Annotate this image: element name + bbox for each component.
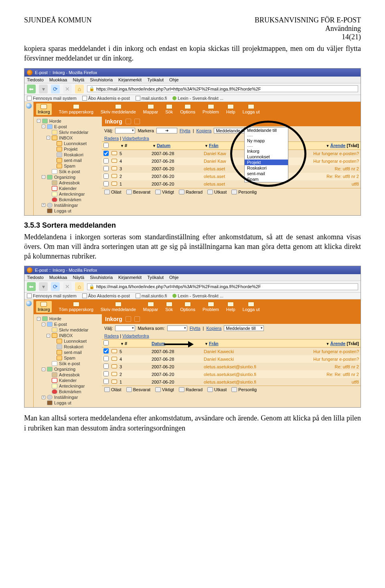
home-button[interactable]: ⌂ xyxy=(75,282,84,291)
menu-tyokalut[interactable]: Työkalut xyxy=(147,77,164,82)
table-row[interactable]: 42007-06-28Daniel KaweckiHur fungerar e-… xyxy=(102,355,361,363)
menu-kirjanmerkit[interactable]: Kirjanmerkit xyxy=(118,275,142,280)
browser-menubar[interactable]: Tiedosto Muokkaa Näytä Sivuhistoria Kirj… xyxy=(24,77,361,83)
sidebar-item[interactable]: -Horde xyxy=(34,118,101,124)
sidebar-item[interactable]: sent-mail xyxy=(34,158,101,163)
sidebar-item[interactable]: Sök e-post xyxy=(34,169,101,174)
menu-sivuhistoria[interactable]: Sivuhistoria xyxy=(90,275,113,280)
toolbar-inkorg[interactable]: Inkorg xyxy=(36,103,52,115)
dd-option[interactable]: Luonnokset xyxy=(245,154,288,160)
expander-icon[interactable]: - xyxy=(42,125,45,128)
radera-link[interactable]: Radera xyxy=(104,136,119,141)
col-date-header[interactable]: ▼Datum xyxy=(152,143,204,148)
bookmark-siuntio[interactable]: mail.siuntio.fi xyxy=(136,293,167,298)
sidebar-item[interactable]: +Inställningar xyxy=(34,202,101,208)
toolbar-inkorg[interactable]: Inkorg xyxy=(36,301,52,313)
expander-icon[interactable]: - xyxy=(37,317,41,321)
dd-option[interactable]: Inkorg xyxy=(245,148,288,154)
dd-option[interactable]: Spam xyxy=(245,176,288,182)
sidebar-item[interactable]: Luonnokset xyxy=(34,338,101,344)
toolbar-help[interactable]: Help xyxy=(226,104,235,114)
markera-som-dropdown[interactable] xyxy=(167,325,187,331)
sidebar-item[interactable]: Anteckningar xyxy=(34,191,101,197)
browser-menubar[interactable]: Tiedosto Muokkaa Näytä Sivuhistoria Kirj… xyxy=(24,274,361,281)
sidebar-item[interactable]: Kalender xyxy=(34,378,101,383)
table-row[interactable]: 22007-06-20oletus.asetRe: Re: utf8 nr 2 xyxy=(102,173,361,180)
menu-muokkaa[interactable]: Muokkaa xyxy=(49,77,67,82)
back-button[interactable]: ⬅ xyxy=(27,85,36,93)
row-checkbox[interactable] xyxy=(103,379,109,384)
home-button[interactable]: ⌂ xyxy=(75,85,84,93)
row-checkbox[interactable] xyxy=(103,181,109,186)
sidebar-item[interactable]: Bokmärken xyxy=(34,197,101,202)
col-check[interactable] xyxy=(103,340,111,346)
sidebar-item[interactable]: Adressbok xyxy=(34,180,101,186)
sidebar-item[interactable]: -Organizing xyxy=(34,174,101,180)
menu-tyokalut[interactable]: Työkalut xyxy=(147,275,164,280)
menu-nayta[interactable]: Näytä xyxy=(73,275,84,280)
sidebar-item[interactable]: Logga ut xyxy=(34,208,101,214)
meddelande-till-open-dropdown[interactable]: Meddelande till ---- Ny mapp ---- Inkorg… xyxy=(244,127,288,182)
menu-ohje[interactable]: Ohje xyxy=(169,77,178,82)
toolbar-tom-papperskorg[interactable]: Töm papperskorg xyxy=(59,104,93,114)
toolbar-mappar[interactable]: Mappar xyxy=(143,302,158,312)
table-row[interactable]: 42007-06-28Daniel KawHur fungerar e-post… xyxy=(102,158,361,165)
sidebar-item[interactable]: Spam xyxy=(34,163,101,169)
bookmark-abo[interactable]: Åbo Akademis e-post xyxy=(82,293,130,298)
menu-tiedosto[interactable]: Tiedosto xyxy=(27,275,44,280)
stop-button[interactable]: ✕ xyxy=(63,85,72,93)
vidarebefordra-link[interactable]: Vidarbefordra xyxy=(122,136,149,141)
toolbar-tom-papperskorg[interactable]: Töm papperskorg xyxy=(59,302,93,312)
forward-button[interactable]: ▾ xyxy=(39,282,48,291)
toolbar-problem[interactable]: Problem xyxy=(203,104,219,114)
markera-arrow-button[interactable] xyxy=(156,128,177,133)
menu-tiedosto[interactable]: Tiedosto xyxy=(27,77,44,82)
valj-dropdown[interactable] xyxy=(115,128,135,133)
expander-icon[interactable]: - xyxy=(47,334,50,337)
reload-button[interactable]: ⟳ xyxy=(51,282,60,291)
sidebar-item[interactable]: -E-post xyxy=(34,124,101,129)
sidebar-item[interactable]: Logga ut xyxy=(34,400,101,406)
sidebar-item[interactable]: Kalender xyxy=(34,186,101,191)
menu-muokkaa[interactable]: Muokkaa xyxy=(49,275,67,280)
sidebar-item[interactable]: Spam xyxy=(34,355,101,361)
expander-icon[interactable]: - xyxy=(47,136,50,139)
table-row[interactable]: 52007-06-28Daniel KawHur fungerar e-post… xyxy=(102,150,361,158)
sidebar-item[interactable]: Skriv meddelar xyxy=(34,129,101,135)
sidebar-item[interactable]: Skriv meddelar xyxy=(34,327,101,333)
toolbar-problem[interactable]: Problem xyxy=(203,302,219,312)
expander-icon[interactable]: + xyxy=(42,396,45,399)
row-checkbox[interactable] xyxy=(103,166,109,171)
menu-sivuhistoria[interactable]: Sivuhistoria xyxy=(90,77,113,82)
col-num-header[interactable]: ▼# xyxy=(120,143,152,148)
table-row[interactable]: 52007-06-28Daniel KaweckiHur fungerar e-… xyxy=(102,348,361,355)
row-checkbox[interactable] xyxy=(103,151,109,156)
meddelande-till-dropdown[interactable]: Meddelande till xyxy=(224,325,264,331)
toolbar-sok[interactable]: Sök xyxy=(165,104,173,114)
stop-button[interactable]: ✕ xyxy=(63,282,72,291)
kopiera-link[interactable]: Kopiera xyxy=(197,128,212,133)
menu-nayta[interactable]: Näytä xyxy=(73,77,84,82)
bookmark-fennosys[interactable]: Fennosys mail system xyxy=(27,293,77,298)
sidebar-item[interactable]: -INBOX xyxy=(34,135,101,141)
col-from-header[interactable]: ▼Från xyxy=(204,341,272,346)
sidebar-item[interactable]: Sök e-post xyxy=(34,361,101,366)
table-row[interactable]: 12007-06-20oletus.asetutf8 xyxy=(102,180,361,188)
refresh-icon[interactable] xyxy=(126,316,131,322)
row-checkbox[interactable] xyxy=(103,348,109,354)
url-bar[interactable]: 🔒 https://mail.inga.fi/horde/index.php?u… xyxy=(87,85,358,92)
row-checkbox[interactable] xyxy=(103,174,109,179)
sidebar-item[interactable]: Roskakori xyxy=(34,152,101,158)
toolbar-options[interactable]: Options xyxy=(180,104,195,114)
sidebar-item[interactable]: Roskakori xyxy=(34,344,101,350)
reload-button[interactable]: ⟳ xyxy=(51,85,60,93)
sidebar-item[interactable]: -Horde xyxy=(34,316,101,321)
expander-icon[interactable]: + xyxy=(42,203,45,207)
sidebar-item[interactable]: -INBOX xyxy=(34,333,101,338)
menu-ohje[interactable]: Ohje xyxy=(169,275,178,280)
col-check[interactable] xyxy=(103,143,111,149)
dd-option[interactable]: Roskakori xyxy=(245,165,288,171)
back-button[interactable]: ⬅ xyxy=(27,282,36,291)
sidebar-item[interactable]: +Inställningar xyxy=(34,394,101,400)
sidebar-item[interactable]: -Organizing xyxy=(34,366,101,372)
